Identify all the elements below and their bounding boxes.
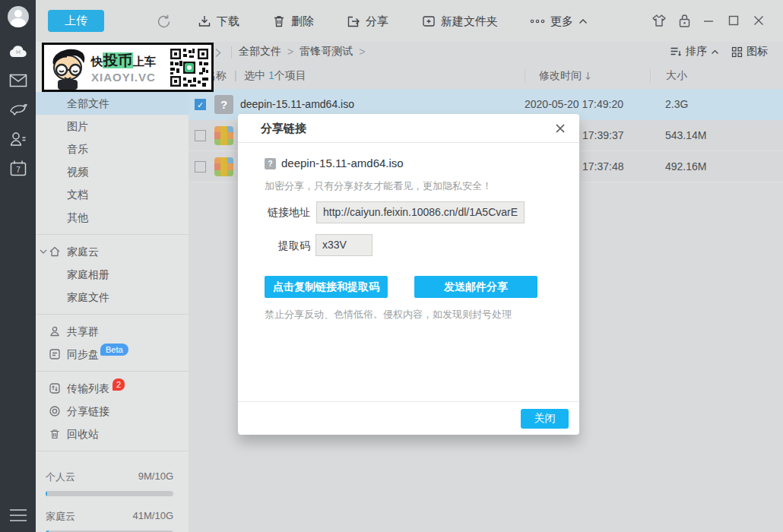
sidebar-item-recycle-bin[interactable]: 回收站 — [36, 423, 189, 445]
unknown-file-icon: ? — [214, 95, 233, 114]
breadcrumb-item-current-folder[interactable]: 雷锋哥测试 — [300, 45, 353, 59]
menu-hamburger-icon[interactable] — [0, 508, 36, 523]
sidebar-item-others[interactable]: 其他 — [36, 206, 189, 229]
breadcrumb-bar: 全部文件 > 雷锋哥测试 > 排序 图标 — [189, 42, 783, 63]
header-divider: | — [234, 69, 237, 81]
app-rail: 7 — [0, 0, 36, 532]
sidebar-item-label: 图片 — [67, 120, 88, 132]
lock-button[interactable] — [675, 11, 693, 30]
sidebar-item-music[interactable]: 音乐 — [36, 138, 189, 160]
sidebar-item-family-files[interactable]: 家庭文件 — [36, 286, 189, 309]
checkbox-unchecked[interactable] — [195, 161, 206, 173]
sidebar-item-label: 家庭相册 — [67, 268, 109, 280]
forward-icon[interactable] — [214, 48, 221, 58]
link-address-input[interactable]: http://caiyun.feixin.10086.cn/dl/1A5Cvar… — [316, 201, 525, 223]
checkbox-checked[interactable]: ✓ — [195, 99, 206, 110]
sidebar-item-pictures[interactable]: 图片 — [36, 115, 189, 138]
file-size: 543.14M — [665, 129, 706, 141]
calendar-icon[interactable]: 7 — [0, 160, 36, 177]
dialog-close-footer-button[interactable]: 关闭 — [521, 409, 569, 429]
cloud-icon[interactable] — [0, 44, 36, 59]
more-button[interactable]: 更多 — [530, 11, 588, 31]
app-window: 7 全部文件 图片 音乐 视频 文档 其他 家庭云 家庭相册 家庭文件 共享群 … — [0, 0, 783, 532]
dialog-warning-text: 禁止分享反动、色情低俗。侵权内容，如发现则封号处理 — [265, 308, 512, 321]
sync-disk-icon — [49, 348, 61, 360]
column-modified-header[interactable]: 修改时间 — [525, 69, 591, 83]
share-button[interactable]: 分享 — [347, 11, 388, 31]
storage-personal-fill — [46, 491, 47, 496]
share-label: 分享 — [366, 14, 388, 29]
view-mode-icons-button[interactable]: 图标 — [731, 45, 768, 59]
sidebar-item-label: 视频 — [67, 166, 88, 178]
user-avatar[interactable] — [0, 6, 36, 27]
download-button[interactable]: 下载 — [198, 11, 239, 31]
maximize-icon — [728, 15, 739, 26]
download-icon — [198, 14, 211, 28]
send-email-button[interactable]: 发送邮件分享 — [414, 276, 537, 298]
dialog-subtitle: 加密分享，只有分享好友才能看见，更加隐私安全！ — [265, 179, 492, 193]
modified-label: 修改时间 — [539, 69, 582, 83]
sidebar-item-documents[interactable]: 文档 — [36, 183, 189, 206]
delete-button[interactable]: 删除 — [272, 11, 314, 31]
size-label: 大小 — [666, 69, 687, 83]
sidebar-divider — [36, 234, 189, 235]
breadcrumb-item-all-files[interactable]: 全部文件 — [239, 45, 281, 59]
sidebar-item-family-cloud[interactable]: 家庭云 — [36, 240, 189, 263]
chevron-up-icon — [579, 18, 588, 24]
trash-icon — [272, 14, 286, 28]
storage-personal-usage: 9M/10G — [138, 470, 173, 484]
close-button[interactable] — [750, 11, 768, 30]
whale-icon[interactable] — [0, 102, 36, 117]
dialog-close-button[interactable] — [552, 120, 569, 137]
dialog-file-name: deepin-15.11-amd64.iso — [281, 157, 404, 169]
file-name[interactable]: deepin-15.11-amd64.iso — [240, 98, 354, 110]
sidebar-divider — [36, 314, 189, 315]
new-folder-button[interactable]: 新建文件夹 — [422, 11, 498, 31]
sidebar-item-share-links[interactable]: 分享链接 — [36, 400, 189, 423]
storage-personal-bar — [46, 491, 173, 496]
qr-code-image — [169, 47, 210, 88]
person-icon — [49, 325, 61, 337]
column-size-header[interactable]: 大小 — [650, 69, 687, 83]
maximize-button[interactable] — [724, 11, 743, 30]
transfer-count-badge: 2 — [113, 378, 125, 391]
unknown-file-icon: ? — [265, 158, 276, 169]
breadcrumb-divider — [231, 46, 232, 59]
trash-icon — [49, 428, 61, 440]
sidebar-item-sync-disk[interactable]: 同步盘Beta — [36, 343, 189, 366]
refresh-button[interactable] — [156, 11, 172, 31]
checkbox-unchecked[interactable] — [195, 130, 206, 141]
sidebar-item-label: 分享链接 — [67, 405, 109, 417]
breadcrumb-separator: > — [287, 46, 293, 58]
shirt-icon — [651, 14, 667, 28]
sidebar-divider — [36, 371, 189, 372]
upload-button[interactable]: 上传 — [48, 10, 104, 32]
link-address-label: 链接地址 — [249, 206, 310, 220]
sort-desc-icon — [585, 71, 591, 81]
sort-label: 排序 — [686, 45, 707, 59]
breadcrumb: 全部文件 > 雷锋哥测试 > — [239, 45, 365, 59]
sidebar-item-all-files[interactable]: 全部文件 — [36, 92, 189, 115]
lock-icon — [678, 14, 691, 28]
mail-icon[interactable] — [0, 74, 36, 87]
theme-button[interactable] — [650, 11, 668, 30]
share-link-dialog: 分享链接 ? deepin-15.11-amd64.iso 加密分享，只有分享好… — [238, 114, 579, 435]
storage-section: 个人云 9M/10G 家庭云 41M/10G — [36, 457, 189, 532]
sidebar-item-label: 共享群 — [67, 325, 99, 337]
transfer-icon — [49, 382, 61, 394]
minimize-button[interactable] — [699, 11, 718, 30]
contacts-icon[interactable] — [0, 131, 36, 147]
sidebar-item-label: 传输列表 — [67, 382, 109, 394]
sort-button[interactable]: 排序 — [670, 45, 719, 59]
more-icon — [530, 18, 545, 24]
sidebar-item-family-album[interactable]: 家庭相册 — [36, 263, 189, 286]
selection-summary: 选中 1个项目 — [244, 69, 306, 83]
dialog-title: 分享链接 — [261, 122, 306, 136]
extract-code-input[interactable]: x33V — [315, 234, 372, 256]
copy-link-button[interactable]: 点击复制链接和提取码 — [265, 276, 388, 298]
sidebar-item-videos[interactable]: 视频 — [36, 160, 189, 183]
apps-file-icon — [214, 157, 233, 176]
sidebar-item-transfer-list[interactable]: 传输列表2 — [36, 377, 189, 400]
dialog-file-row: ? deepin-15.11-amd64.iso — [265, 157, 404, 169]
sidebar-item-share-group[interactable]: 共享群 — [36, 320, 189, 343]
